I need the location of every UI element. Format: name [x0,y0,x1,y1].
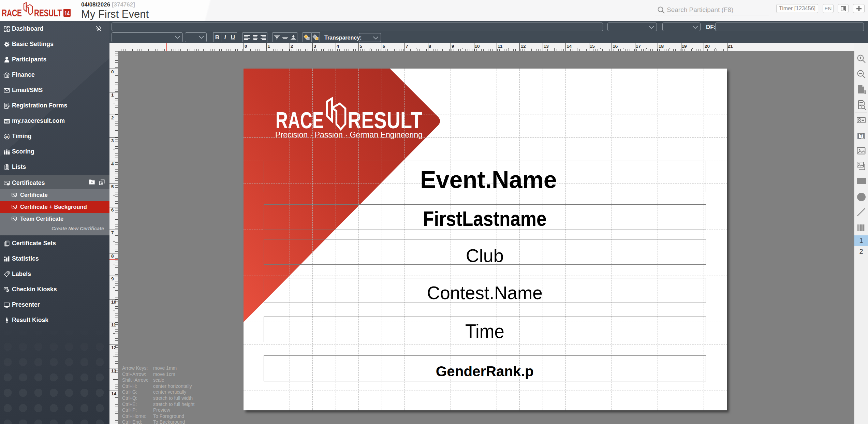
svg-text:T: T [860,134,863,138]
svg-text:45: 45 [5,135,9,138]
svg-text:RESULT: RESULT [34,7,62,18]
svg-text:14: 14 [64,10,70,17]
svg-text:RACE: RACE [276,107,324,133]
svg-text:RACE: RACE [2,7,22,18]
